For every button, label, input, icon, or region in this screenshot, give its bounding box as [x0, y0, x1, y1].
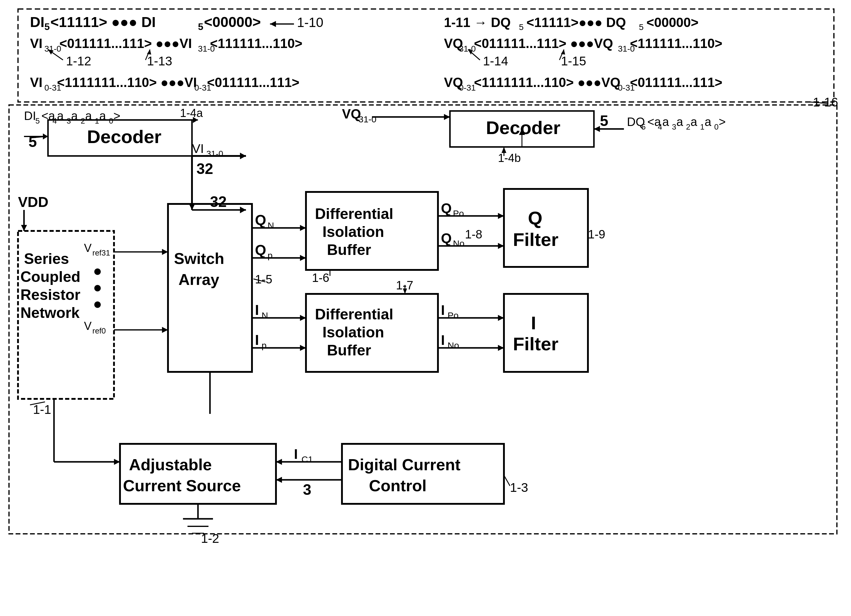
svg-text:ref0: ref0 [92, 326, 106, 335]
svg-text:<1111111...110> ●●●VI: <1111111...110> ●●●VI [57, 75, 197, 90]
svg-text:>: > [719, 115, 726, 128]
di5-label-left: DI [30, 14, 44, 30]
svg-text:Po: Po [453, 209, 464, 218]
svg-text:31-0: 31-0 [44, 44, 61, 53]
svg-text:<1111111...110> ●●●VQ: <1111111...110> ●●●VQ [474, 75, 620, 90]
vdd-label: VDD [18, 194, 48, 210]
di5-bit-count: 5 [29, 134, 37, 150]
svg-text:5: 5 [641, 122, 645, 131]
vref0-label: V [84, 320, 92, 332]
svg-text:1-14: 1-14 [483, 54, 508, 68]
svg-text:a: a [677, 115, 683, 128]
svg-text:<11111>●●●  DQ: <11111>●●● DQ [526, 15, 626, 30]
label-1-5: 1-5 [255, 273, 272, 286]
decoder-left-label: Decoder [87, 126, 161, 147]
vref31-label: V [84, 242, 92, 254]
svg-text:C1: C1 [301, 454, 313, 464]
svg-text:5: 5 [519, 23, 524, 32]
diff-iso-q-label-2: Isolation [322, 224, 384, 240]
diff-iso-i-label-2: Isolation [322, 324, 384, 341]
svg-text:No: No [448, 340, 459, 350]
qpo-label: Q [441, 200, 452, 216]
vi31-label: VI [30, 36, 43, 51]
svg-text:32: 32 [197, 161, 213, 177]
svg-text:1-13: 1-13 [147, 54, 172, 68]
svg-text:3: 3 [672, 122, 676, 131]
qn-label: Q [255, 212, 266, 228]
svg-text:<011111...111> ●●●VQ: <011111...111> ●●●VQ [474, 36, 613, 51]
diff-iso-q-label-3: Buffer [327, 242, 371, 258]
svg-text:a: a [662, 115, 669, 128]
svg-text:●: ● [93, 262, 102, 279]
svg-text:0: 0 [109, 116, 113, 125]
svg-text:<00000>: <00000> [204, 14, 261, 30]
diff-iso-q-label-1: Differential [315, 206, 393, 222]
svg-text:p: p [268, 251, 273, 260]
svg-text:5: 5 [35, 116, 40, 125]
diff-iso-i-label-3: Buffer [327, 342, 371, 359]
label-3: 3 [303, 481, 311, 498]
svg-text:5: 5 [198, 21, 203, 32]
svg-text:31-0: 31-0 [206, 149, 223, 158]
svg-text:3: 3 [66, 116, 71, 125]
svg-text:a: a [690, 115, 698, 128]
svg-rect-0 [0, 0, 851, 616]
svg-text:<111111...110>: <111111...110> [630, 36, 722, 51]
svg-text:1-15: 1-15 [561, 54, 586, 68]
svg-text:<00000>: <00000> [647, 15, 699, 30]
digital-current-label-2: Control [369, 476, 427, 494]
series-resistor-label-2: Coupled [20, 268, 80, 285]
svg-text:1-11 → DQ: 1-11 → DQ [444, 15, 511, 30]
adj-current-label-2: Current Source [123, 476, 241, 494]
in-label: I [255, 302, 259, 318]
svg-text:1-12: 1-12 [66, 54, 91, 68]
svg-text:4: 4 [658, 122, 662, 131]
svg-text:a: a [705, 115, 711, 128]
label-1-4a: 1-4a [180, 107, 203, 119]
svg-text:N: N [268, 221, 274, 230]
diff-iso-i-label-1: Differential [315, 306, 393, 323]
svg-text:VI: VI [192, 141, 204, 156]
svg-text:●: ● [93, 279, 102, 296]
svg-text:1: 1 [700, 122, 704, 131]
ic1-label: I [294, 446, 298, 462]
label-1-6: 1-6 [312, 271, 329, 284]
di5-input-label: DI [24, 109, 36, 122]
svg-text:●: ● [93, 295, 102, 312]
di5-sub: 5 [44, 21, 50, 32]
svg-text:31-0: 31-0 [358, 114, 376, 124]
adj-current-label-1: Adjustable [129, 455, 212, 473]
svg-text:VI: VI [30, 75, 43, 90]
svg-text:p: p [262, 340, 267, 350]
label-1-1: 1-1 [33, 403, 51, 416]
svg-text:5: 5 [600, 113, 608, 129]
label-1-9: 1-9 [588, 228, 605, 241]
svg-text:0: 0 [714, 122, 719, 131]
svg-text:<111111...110>: <111111...110> [210, 36, 302, 51]
ipo-label: I [441, 302, 445, 318]
circuit-diagram: DI 5 <11111> ●●● DI 5 <00000> 1-10 VI 31… [0, 0, 851, 616]
svg-text:2: 2 [81, 116, 85, 125]
i-filter-label-2: Filter [513, 334, 559, 354]
series-resistor-label-1: Series [24, 251, 69, 267]
svg-text:1-10: 1-10 [297, 15, 323, 30]
svg-text:5: 5 [639, 23, 644, 32]
label-1-8: 1-8 [465, 228, 482, 241]
ip-label: I [255, 332, 259, 348]
svg-text:<011111...111>: <011111...111> [630, 75, 722, 90]
qno-label: Q [441, 230, 452, 246]
svg-text:ref31: ref31 [92, 248, 110, 257]
series-resistor-label-3: Resistor [20, 286, 80, 303]
switch-label-1: Switch [174, 250, 224, 267]
qp-label: Q [255, 242, 266, 258]
ino-label: I [441, 332, 445, 348]
q-filter-label-1: Q [528, 207, 542, 228]
label-1-4b: 1-4b [498, 152, 521, 164]
label-1-3: 1-3 [510, 481, 528, 494]
q-filter-label-2: Filter [513, 229, 559, 250]
digital-current-label-1: Digital Current [348, 455, 460, 473]
i-filter-label-1: I [531, 313, 536, 333]
svg-text:N: N [262, 310, 268, 320]
svg-text:32: 32 [210, 194, 227, 210]
svg-text:2: 2 [686, 122, 690, 131]
